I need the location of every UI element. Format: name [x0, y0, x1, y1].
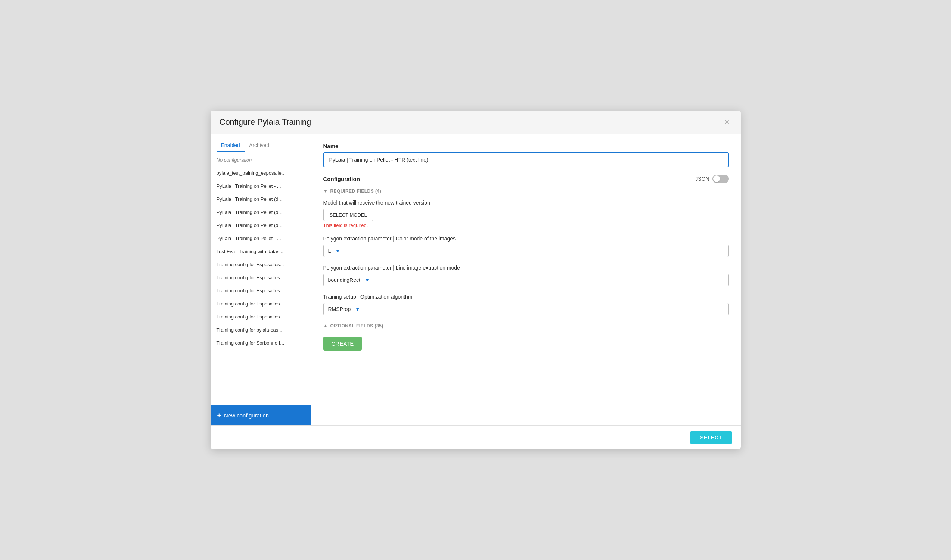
required-fields-label: REQUIRED FIELDS (4) [330, 189, 381, 194]
chevron-down-icon: ▼ [335, 248, 340, 254]
chevron-down-icon: ▼ [323, 188, 328, 194]
list-item[interactable]: pylaia_test_training_esposalle... [211, 166, 311, 180]
sidebar-tabs: Enabled Archived [211, 134, 311, 152]
required-fields-toggle[interactable]: ▼ REQUIRED FIELDS (4) [323, 188, 729, 194]
sidebar-list: No configuration pylaia_test_training_es… [211, 152, 311, 405]
color-mode-value: L [328, 248, 331, 254]
chevron-down-icon: ▼ [365, 277, 370, 283]
config-header: Configuration JSON [323, 175, 729, 183]
line-extraction-field-group: Polygon extraction parameter | Line imag… [323, 265, 729, 286]
list-item[interactable]: Training config for Esposalles... [211, 271, 311, 284]
model-field-group: Model that will receive the new trained … [323, 200, 729, 228]
plus-icon: + [217, 411, 222, 419]
color-mode-field-group: Polygon extraction parameter | Color mod… [323, 235, 729, 257]
list-item[interactable]: PyLaia | Training on Pellet (d... [211, 219, 311, 232]
chevron-down-icon: ▼ [355, 306, 360, 312]
model-field-label: Model that will receive the new trained … [323, 200, 729, 206]
new-config-label: New configuration [224, 412, 269, 418]
color-mode-label: Polygon extraction parameter | Color mod… [323, 235, 729, 242]
list-item[interactable]: Training config for Esposalles... [211, 258, 311, 271]
modal-header: Configure Pylaia Training × [211, 111, 741, 134]
list-item[interactable]: Training config for Esposalles... [211, 297, 311, 310]
optional-fields-label: OPTIONAL FIELDS (35) [330, 323, 383, 329]
line-extraction-value: boundingRect [328, 277, 360, 283]
json-label: JSON [695, 176, 709, 182]
optimization-field-group: Training setup | Optimization algorithm … [323, 294, 729, 315]
line-extraction-dropdown[interactable]: boundingRect ▼ [323, 274, 729, 286]
list-item[interactable]: Training config for Esposalles... [211, 310, 311, 323]
main-content: Name Configuration JSON ▼ REQUIRED FIELD… [311, 134, 741, 425]
json-toggle-row: JSON [695, 175, 728, 183]
list-item[interactable]: Training config for Esposalles... [211, 284, 311, 297]
optimization-value: RMSProp [328, 306, 351, 312]
new-configuration-button[interactable]: + New configuration [211, 405, 311, 425]
configure-pylaia-modal: Configure Pylaia Training × Enabled Arch… [211, 111, 741, 449]
toggle-knob [713, 175, 720, 182]
close-button[interactable]: × [722, 117, 732, 127]
tab-archived[interactable]: Archived [245, 139, 274, 152]
tab-enabled[interactable]: Enabled [217, 139, 245, 152]
name-label: Name [323, 143, 729, 149]
model-field-error: This field is required. [323, 223, 729, 228]
list-item[interactable]: PyLaia | Training on Pellet (d... [211, 206, 311, 219]
list-item[interactable]: Training config for Sorbonne I... [211, 336, 311, 349]
sidebar: Enabled Archived No configuration pylaia… [211, 134, 311, 425]
json-toggle[interactable] [712, 175, 729, 183]
config-section-label: Configuration [323, 176, 360, 182]
list-item[interactable]: PyLaia | Training on Pellet - ... [211, 180, 311, 192]
optimization-dropdown[interactable]: RMSProp ▼ [323, 303, 729, 315]
modal-body: Enabled Archived No configuration pylaia… [211, 134, 741, 425]
no-config-label: No configuration [211, 154, 311, 166]
list-item[interactable]: Test Eva | Training with datas... [211, 245, 311, 258]
chevron-up-icon: ▲ [323, 323, 328, 329]
modal-footer: SELECT [211, 425, 741, 449]
list-item[interactable]: PyLaia | Training on Pellet - ... [211, 232, 311, 245]
select-button[interactable]: SELECT [690, 431, 731, 444]
color-mode-dropdown[interactable]: L ▼ [323, 245, 729, 257]
list-item[interactable]: Training config for pylaia-cas... [211, 323, 311, 336]
modal-title: Configure Pylaia Training [220, 117, 311, 127]
optional-fields-toggle[interactable]: ▲ OPTIONAL FIELDS (35) [323, 323, 729, 329]
select-model-button[interactable]: SELECT MODEL [323, 209, 373, 221]
create-button[interactable]: CREATE [323, 337, 362, 351]
name-input[interactable] [323, 152, 729, 167]
line-extraction-label: Polygon extraction parameter | Line imag… [323, 265, 729, 271]
optimization-label: Training setup | Optimization algorithm [323, 294, 729, 300]
list-item[interactable]: PyLaia | Training on Pellet (d... [211, 192, 311, 206]
